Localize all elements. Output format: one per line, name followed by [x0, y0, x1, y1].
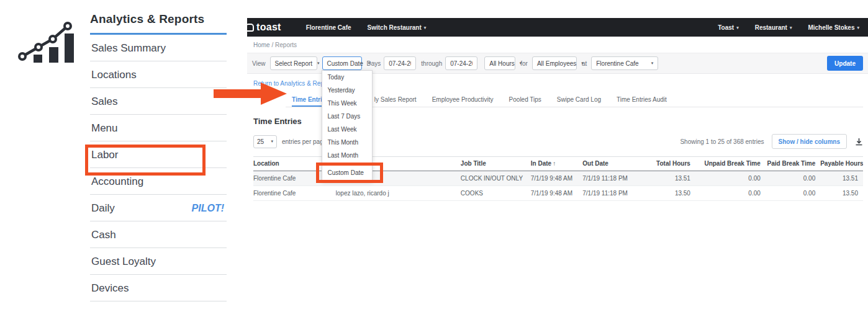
sidebar-item-label: Locations: [91, 69, 137, 81]
report-tabs: Time Entries ly Sales Report Employee Pr…: [286, 94, 863, 107]
pilot-badge: PILOT!: [192, 195, 224, 221]
report-select[interactable]: Select Report▾: [270, 56, 317, 70]
table-row: Florentine Cafe lopez lazo, ricardo j CO…: [253, 186, 863, 201]
column-header-paid-break-time[interactable]: Paid Break Time: [766, 157, 820, 171]
column-header-in-date[interactable]: In Date↑: [531, 157, 582, 171]
cell-in-date: 7/1/19 9:48 AM: [531, 186, 582, 201]
column-header-unpaid-break-time[interactable]: Unpaid Break Time: [695, 157, 766, 171]
sidebar-title: Analytics & Reports: [90, 7, 227, 33]
cell-out-date: 7/1/19 11:18 PM: [582, 171, 640, 186]
cell-job-title: CLOCK IN/OUT ONLY: [461, 171, 531, 186]
toast-logo: toast: [247, 22, 281, 33]
page-size-select[interactable]: 25▾: [253, 135, 277, 148]
date-from-input[interactable]: [384, 56, 416, 70]
chevron-down-icon: ▾: [790, 25, 792, 30]
cell-job-title: COOKS: [461, 186, 531, 201]
sidebar-item-label: Labor: [91, 149, 118, 161]
sidebar-item-labor[interactable]: Labor: [90, 141, 227, 168]
dropdown-option-yesterday[interactable]: Yesterday: [322, 84, 372, 97]
tab-time-entries-audit[interactable]: Time Entries Audit: [617, 96, 667, 107]
sidebar-item-accounting[interactable]: Accounting: [90, 168, 227, 195]
switch-restaurant-menu[interactable]: Switch Restaurant▾: [368, 24, 427, 31]
hours-select[interactable]: All Hours▾: [484, 56, 515, 70]
entries-per-page-label: entries per page: [282, 138, 327, 145]
cell-unpaid-break-time: 0.00: [695, 186, 766, 201]
cell-payable-hours: 13.50: [820, 186, 863, 201]
sidebar-item-locations[interactable]: Locations: [90, 61, 227, 88]
chevron-down-icon: ▾: [271, 139, 273, 144]
toast-logo-text: toast: [256, 22, 281, 33]
topbar: toast Florentine Cafe Switch Restaurant▾…: [247, 18, 868, 37]
column-header-out-date[interactable]: Out Date: [582, 157, 640, 171]
cell-paid-break-time: 0.00: [766, 186, 820, 201]
chevron-down-icon: ▾: [736, 25, 739, 30]
location-select[interactable]: Florentine Cafe▾: [591, 56, 658, 70]
topbar-menu-user[interactable]: Michelle Stokes▾: [808, 24, 859, 31]
dropdown-option-last-month[interactable]: Last Month: [322, 149, 372, 162]
date-range-select[interactable]: Custom Date▾ Today Yesterday This Week L…: [322, 56, 362, 70]
toast-logo-icon: [247, 24, 254, 32]
cell-total-hours: 13.50: [641, 186, 695, 201]
cell-in-date: 7/1/19 9:48 AM: [531, 171, 582, 186]
analytics-sidebar: Analytics & Reports Sales Summary Locati…: [90, 7, 227, 301]
chevron-down-icon: ▾: [857, 25, 859, 30]
column-header-payable-hours[interactable]: Payable Hours: [820, 157, 863, 171]
chevron-down-icon: ▾: [651, 61, 654, 66]
breadcrumb-separator: /: [271, 42, 273, 48]
tab-swipe-card-log[interactable]: Swipe Card Log: [557, 96, 601, 107]
dropdown-option-custom-date[interactable]: Custom Date: [322, 165, 372, 181]
tab-employee-productivity[interactable]: Employee Productivity: [432, 96, 494, 107]
sidebar-item-label: Guest Loyalty: [91, 256, 156, 267]
tab-pooled-tips[interactable]: Pooled Tips: [509, 96, 541, 107]
dropdown-option-today[interactable]: Today: [322, 71, 372, 84]
sidebar-item-label: Menu: [91, 122, 118, 134]
tab-sales-report[interactable]: ly Sales Report: [374, 96, 417, 107]
dropdown-option-last-week[interactable]: Last Week: [322, 123, 372, 136]
sidebar-item-menu[interactable]: Menu: [90, 115, 227, 141]
topbar-menu-restaurant[interactable]: Restaurant▾: [755, 24, 792, 31]
cell-total-hours: 13.51: [641, 171, 695, 186]
topbar-menu-toast[interactable]: Toast▾: [718, 24, 738, 31]
dropdown-option-this-month[interactable]: This Month: [322, 136, 372, 149]
sidebar-item-cash[interactable]: Cash: [90, 221, 227, 248]
download-icon[interactable]: [855, 138, 863, 146]
show-hide-columns-button[interactable]: Show / hide columns: [772, 134, 847, 149]
cell-paid-break-time: 0.00: [766, 171, 820, 186]
dropdown-option-last-7-days[interactable]: Last 7 Days: [322, 110, 372, 123]
employees-select[interactable]: All Employees▾: [532, 56, 577, 70]
chevron-down-icon: ▾: [368, 61, 371, 66]
return-to-analytics-link[interactable]: Return to Analytics & Report: [253, 80, 332, 87]
date-to-input[interactable]: [445, 56, 477, 70]
breadcrumb: Home / Reports: [247, 37, 868, 53]
sidebar-item-label: Cash: [91, 229, 116, 241]
table-toolbar-right: Showing 1 to 25 of 368 entries Show / hi…: [680, 134, 863, 149]
breadcrumb-current: Reports: [275, 42, 297, 48]
column-header-total-hours[interactable]: Total Hours: [641, 157, 695, 171]
for-label: for: [520, 60, 528, 67]
sidebar-item-daily[interactable]: Daily PILOT!: [90, 195, 227, 221]
at-label: at: [582, 60, 587, 67]
cell-location: Florentine Cafe: [253, 186, 336, 201]
through-label: through: [421, 60, 442, 67]
analytics-chart-icon: [5, 20, 81, 65]
cell-unpaid-break-time: 0.00: [695, 171, 766, 186]
cell-out-date: 7/1/19 11:18 PM: [582, 186, 640, 201]
sidebar-item-devices[interactable]: Devices: [90, 275, 227, 301]
dropdown-option-this-week[interactable]: This Week: [322, 97, 372, 110]
sidebar-item-sales[interactable]: Sales: [90, 88, 227, 115]
dropdown-separator: [322, 163, 372, 164]
update-button[interactable]: Update: [827, 56, 863, 71]
column-header-job-title[interactable]: Job Title: [461, 157, 531, 171]
chevron-down-icon: ▾: [424, 25, 427, 30]
sidebar-item-sales-summary[interactable]: Sales Summary: [90, 35, 227, 61]
chevron-down-icon: ▾: [317, 61, 320, 66]
view-label: View: [252, 60, 266, 67]
sort-ascending-icon: ↑: [553, 160, 556, 167]
cell-employee: lopez lazo, ricardo j: [336, 186, 461, 201]
sidebar-item-guest-loyalty[interactable]: Guest Loyalty: [90, 248, 227, 275]
breadcrumb-home-link[interactable]: Home: [253, 42, 270, 48]
sidebar-item-label: Devices: [91, 282, 129, 294]
cell-payable-hours: 13.51: [820, 171, 863, 186]
sidebar-item-label: Accounting: [91, 176, 143, 187]
current-restaurant-name: Florentine Cafe: [306, 24, 351, 31]
